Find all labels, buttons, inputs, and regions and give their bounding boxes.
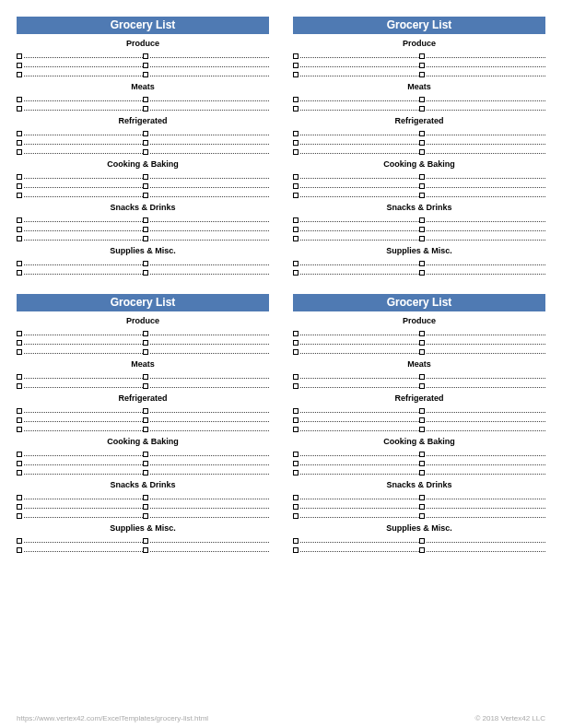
checkbox[interactable]	[293, 349, 299, 355]
checkbox[interactable]	[17, 270, 22, 276]
section-rows	[293, 405, 545, 432]
write-line	[150, 464, 269, 465]
section-title: Meats	[17, 359, 269, 369]
checkbox[interactable]	[143, 270, 148, 276]
list-row	[17, 93, 269, 102]
checkbox[interactable]	[419, 349, 425, 355]
section-title: Supplies & Misc.	[293, 523, 545, 533]
checkbox[interactable]	[419, 470, 425, 476]
checkbox[interactable]	[143, 193, 148, 198]
write-line	[24, 378, 143, 379]
checkbox[interactable]	[293, 72, 299, 77]
checkbox[interactable]	[143, 383, 148, 389]
checkbox[interactable]	[293, 513, 299, 519]
write-line	[300, 499, 419, 499]
checkbox[interactable]	[293, 149, 299, 155]
checkbox[interactable]	[419, 106, 425, 112]
write-line	[427, 178, 545, 179]
checkbox[interactable]	[419, 72, 425, 77]
write-line	[150, 387, 269, 388]
list-row	[17, 405, 269, 414]
list-row	[17, 232, 269, 241]
list-cell	[293, 68, 419, 77]
list-cell	[143, 136, 269, 146]
list-cell	[17, 370, 143, 380]
write-line	[427, 196, 545, 197]
checkbox[interactable]	[17, 72, 22, 77]
list-cell	[143, 189, 269, 198]
section-rows	[17, 214, 269, 241]
checkbox[interactable]	[17, 349, 22, 355]
checkbox[interactable]	[293, 270, 299, 276]
list-cell	[143, 223, 269, 232]
checkbox[interactable]	[17, 427, 22, 432]
checkbox[interactable]	[143, 547, 148, 553]
list-cell	[419, 68, 545, 77]
checkbox[interactable]	[419, 236, 425, 241]
checkbox[interactable]	[293, 427, 299, 432]
checkbox[interactable]	[293, 193, 299, 198]
checkbox[interactable]	[419, 547, 425, 553]
write-line	[150, 221, 269, 222]
list-cell	[143, 266, 269, 276]
grocery-list-card: Grocery ListProduceMeatsRefrigeratedCook…	[17, 17, 269, 276]
checkbox[interactable]	[143, 349, 148, 355]
checkbox[interactable]	[293, 106, 299, 112]
write-line	[24, 517, 143, 518]
checkbox[interactable]	[143, 427, 148, 432]
list-cell	[17, 189, 143, 198]
checkbox[interactable]	[419, 513, 425, 519]
checkbox[interactable]	[143, 72, 148, 77]
write-line	[427, 499, 545, 499]
checkbox[interactable]	[143, 513, 148, 519]
checkbox[interactable]	[419, 427, 425, 432]
list-cell	[419, 423, 545, 432]
list-cell	[419, 414, 545, 423]
checkbox[interactable]	[419, 270, 425, 276]
section-title: Supplies & Misc.	[17, 523, 269, 533]
list-cell	[17, 266, 143, 276]
list-cell	[419, 170, 545, 180]
write-line	[427, 387, 545, 388]
checkbox[interactable]	[17, 547, 22, 553]
checkbox[interactable]	[17, 236, 22, 241]
write-line	[150, 474, 269, 475]
checkbox[interactable]	[17, 193, 22, 198]
write-line	[24, 421, 143, 422]
list-cell	[419, 405, 545, 414]
write-line	[150, 187, 269, 188]
checkbox[interactable]	[419, 383, 425, 389]
section-rows	[17, 327, 269, 355]
write-line	[427, 187, 545, 188]
checkbox[interactable]	[17, 383, 22, 389]
checkbox[interactable]	[143, 236, 148, 241]
checkbox[interactable]	[143, 106, 148, 112]
checkbox[interactable]	[17, 149, 22, 155]
checkbox[interactable]	[293, 470, 299, 476]
checkbox[interactable]	[17, 470, 22, 476]
checkbox[interactable]	[419, 193, 425, 198]
write-line	[427, 517, 545, 518]
list-cell	[419, 180, 545, 189]
list-cell	[17, 500, 143, 510]
checkbox[interactable]	[293, 547, 299, 553]
list-row	[293, 370, 545, 380]
checkbox[interactable]	[293, 383, 299, 389]
list-row	[293, 146, 545, 155]
section-title: Meats	[17, 82, 269, 91]
write-line	[300, 274, 419, 275]
section-title: Produce	[17, 39, 269, 48]
list-row	[17, 266, 269, 276]
checkbox[interactable]	[17, 106, 22, 112]
write-line	[300, 464, 419, 465]
checkbox[interactable]	[143, 470, 148, 476]
checkbox[interactable]	[293, 236, 299, 241]
checkbox[interactable]	[17, 513, 22, 519]
list-row	[293, 59, 545, 68]
write-line	[300, 551, 419, 552]
checkbox[interactable]	[143, 149, 148, 155]
write-line	[24, 508, 143, 509]
list-cell	[17, 127, 143, 136]
checkbox[interactable]	[419, 149, 425, 155]
write-line	[150, 240, 269, 241]
